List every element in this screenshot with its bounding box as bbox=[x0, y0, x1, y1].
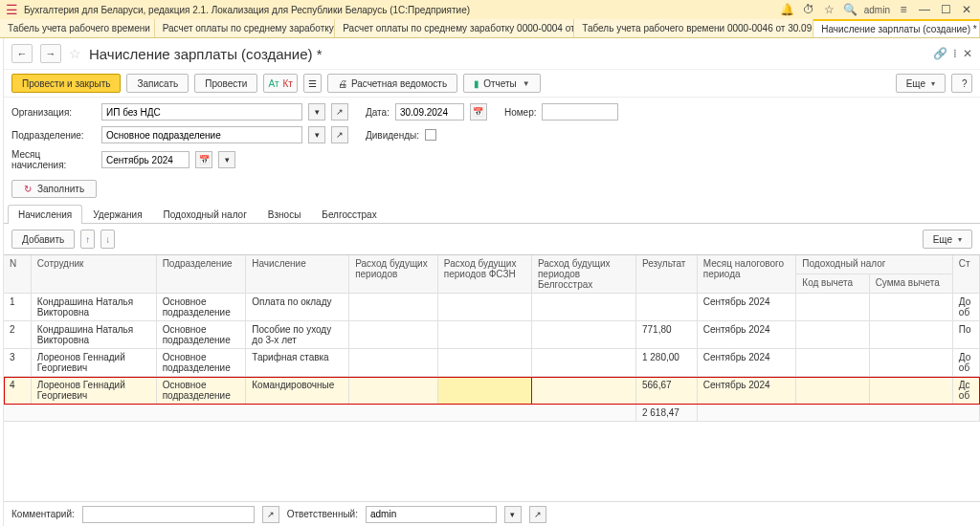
subtab[interactable]: Удержания bbox=[82, 205, 152, 224]
dept-input[interactable] bbox=[101, 126, 302, 143]
date-label: Дата: bbox=[366, 107, 390, 118]
col-rbp-bgs[interactable]: Расход будущих периодов Белгосстрах bbox=[531, 255, 635, 294]
org-label: Организация: bbox=[11, 107, 96, 118]
history-icon[interactable]: ⏱ bbox=[801, 2, 816, 17]
forward-button[interactable]: → bbox=[40, 44, 61, 63]
subtab[interactable]: Подоходный налог bbox=[153, 205, 257, 224]
move-up-button[interactable]: ↑ bbox=[80, 230, 95, 249]
more-button[interactable]: Еще▾ bbox=[896, 74, 946, 93]
favorite-icon[interactable]: ☆ bbox=[69, 46, 81, 61]
col-rbp[interactable]: Расход будущих периодов bbox=[349, 255, 438, 294]
help-button[interactable]: ? bbox=[951, 74, 972, 93]
org-input[interactable] bbox=[101, 103, 302, 121]
org-select-button[interactable]: ▾ bbox=[308, 103, 325, 121]
titlebar: ☰ Бухгалтерия для Беларуси, редакция 2.1… bbox=[0, 0, 980, 19]
month-input[interactable] bbox=[101, 151, 189, 168]
document-tab[interactable]: Начисление зарплаты (создание) *✕ bbox=[813, 19, 980, 37]
minimize-icon[interactable]: — bbox=[917, 2, 932, 17]
responsible-select-button[interactable]: ▾ bbox=[504, 506, 522, 523]
maximize-icon[interactable]: ☐ bbox=[938, 2, 953, 17]
add-row-button[interactable]: Добавить bbox=[11, 230, 75, 249]
subtab[interactable]: Взносы bbox=[257, 205, 312, 224]
structure-button[interactable]: ☰ bbox=[303, 74, 322, 93]
dividends-checkbox[interactable] bbox=[425, 129, 436, 141]
post-and-close-button[interactable]: Провести и закрыть bbox=[11, 74, 121, 93]
close-page-icon[interactable]: ✕ bbox=[963, 47, 972, 60]
document-tab[interactable]: Табель учета рабочего времени✕ bbox=[0, 19, 155, 37]
report-icon: ▮ bbox=[474, 78, 479, 89]
comment-open-button[interactable]: ↗ bbox=[262, 506, 279, 523]
dept-open-button[interactable]: ↗ bbox=[331, 126, 348, 143]
col-rbp-fszn[interactable]: Расход будущих периодов ФСЗН bbox=[437, 255, 531, 294]
table-row[interactable]: 1Кондрашина Наталья ВикторовнаОсновное п… bbox=[4, 294, 980, 321]
document-tab[interactable]: Табель учета рабочего времени 0000-0046 … bbox=[574, 19, 813, 37]
col-pn[interactable]: Подоходный налог bbox=[796, 255, 953, 274]
col-pn-code[interactable]: Код вычета bbox=[796, 274, 869, 293]
fill-icon: ↻ bbox=[24, 184, 32, 194]
star-icon[interactable]: ☆ bbox=[822, 2, 837, 17]
col-tax-month[interactable]: Месяц налогового периода bbox=[697, 255, 796, 294]
col-dept[interactable]: Подразделение bbox=[156, 255, 246, 294]
document-tab[interactable]: Расчет оплаты по среднему заработку 0000… bbox=[335, 19, 574, 37]
print-icon: 🖨 bbox=[338, 78, 347, 89]
month-picker-button[interactable]: 📅 bbox=[195, 151, 212, 168]
fill-button[interactable]: ↻ Заполнить bbox=[11, 180, 97, 198]
close-icon[interactable]: ✕ bbox=[959, 2, 974, 17]
app-menu-icon[interactable]: ☰ bbox=[6, 2, 18, 17]
post-button[interactable]: Провести bbox=[194, 74, 257, 93]
number-input[interactable] bbox=[542, 103, 618, 121]
subtab[interactable]: Начисления bbox=[8, 205, 82, 224]
tools-icon[interactable]: ≡ bbox=[896, 2, 911, 17]
col-n[interactable]: N bbox=[4, 255, 31, 294]
number-label: Номер: bbox=[504, 107, 537, 118]
total-result: 2 618,47 bbox=[635, 405, 697, 422]
back-button[interactable]: ← bbox=[11, 44, 33, 63]
chevron-down-icon: ▼ bbox=[523, 79, 530, 88]
page-title: Начисление зарплаты (создание) * bbox=[89, 46, 323, 62]
search-icon[interactable]: 🔍 bbox=[843, 2, 858, 17]
dept-select-button[interactable]: ▾ bbox=[308, 126, 325, 143]
bell-icon[interactable]: 🔔 bbox=[780, 2, 795, 17]
col-result[interactable]: Результат bbox=[635, 255, 697, 294]
col-employee[interactable]: Сотрудник bbox=[31, 255, 156, 294]
dept-label: Подразделение: bbox=[11, 130, 96, 141]
document-tab[interactable]: Расчет оплаты по среднему заработку✕ bbox=[155, 19, 336, 37]
responsible-open-button[interactable]: ↗ bbox=[529, 506, 546, 523]
month-step-button[interactable]: ▾ bbox=[218, 151, 235, 168]
footer-bar: Комментарий: ↗ Ответственный: ▾ ↗ bbox=[4, 501, 980, 526]
table-row[interactable]: 3Лореонов Геннадий ГеоргиевичОсновное по… bbox=[4, 349, 980, 377]
link-icon[interactable]: 🔗 bbox=[933, 47, 947, 60]
col-accrual[interactable]: Начисление bbox=[246, 255, 349, 294]
write-button[interactable]: Записать bbox=[126, 74, 189, 93]
month-label: Месяц начисления: bbox=[11, 149, 96, 170]
col-stage[interactable]: Ст bbox=[952, 255, 979, 294]
move-down-button[interactable]: ↓ bbox=[100, 230, 115, 249]
user-label[interactable]: admin bbox=[864, 5, 890, 15]
dividends-label: Дивиденды: bbox=[366, 130, 419, 141]
table-row[interactable]: 4Лореонов Геннадий ГеоргиевичОсновное по… bbox=[4, 377, 980, 405]
org-open-button[interactable]: ↗ bbox=[331, 103, 348, 121]
comment-input[interactable] bbox=[82, 506, 255, 523]
subtabs: НачисленияУдержанияПодоходный налогВзнос… bbox=[4, 204, 980, 224]
responsible-input[interactable] bbox=[366, 506, 497, 523]
document-tabs: Табель учета рабочего времени✕Расчет опл… bbox=[0, 19, 980, 38]
col-pn-sum[interactable]: Сумма вычета bbox=[869, 274, 952, 293]
responsible-label: Ответственный: bbox=[287, 509, 358, 519]
comment-label: Комментарий: bbox=[11, 509, 75, 519]
action-toolbar: Провести и закрыть Записать Провести АтК… bbox=[4, 70, 980, 98]
grid-more-button[interactable]: Еще▾ bbox=[923, 230, 972, 249]
grid[interactable]: N Сотрудник Подразделение Начисление Рас… bbox=[4, 254, 980, 526]
date-input[interactable] bbox=[395, 103, 464, 121]
table-row[interactable]: 2Кондрашина Наталья ВикторовнаОсновное п… bbox=[4, 321, 980, 349]
calc-sheet-button[interactable]: 🖨Расчетная ведомость bbox=[327, 74, 457, 93]
content-area: ← → ☆ Начисление зарплаты (создание) * 🔗… bbox=[4, 38, 980, 526]
page-header: ← → ☆ Начисление зарплаты (создание) * 🔗… bbox=[4, 38, 980, 70]
app-title: Бухгалтерия для Беларуси, редакция 2.1. … bbox=[24, 5, 470, 15]
subtab[interactable]: Белгосстрах bbox=[311, 205, 387, 224]
reports-button[interactable]: ▮Отчеты▼ bbox=[463, 74, 541, 93]
dk-button[interactable]: АтКт bbox=[263, 74, 297, 93]
pin-icon[interactable]: ⁞ bbox=[953, 47, 957, 60]
date-picker-button[interactable]: 📅 bbox=[470, 103, 487, 121]
